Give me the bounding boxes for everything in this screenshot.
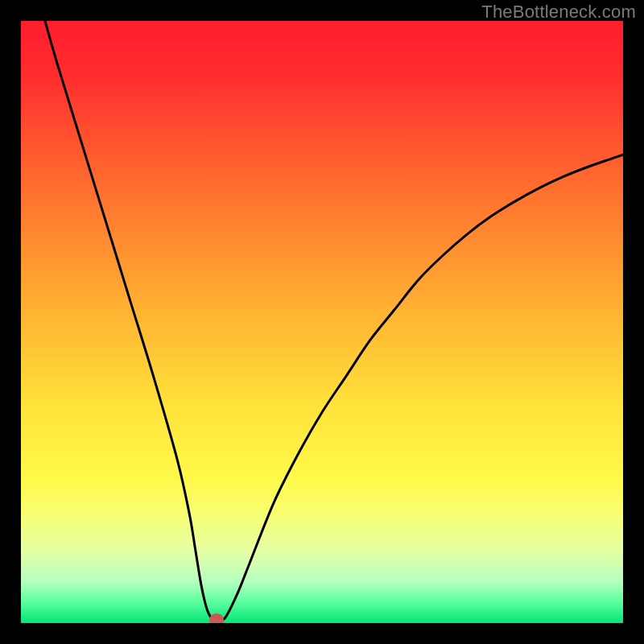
attribution-text: TheBottleneck.com (481, 2, 636, 23)
chart-frame: TheBottleneck.com (0, 0, 644, 644)
curve-path (45, 21, 623, 621)
bottleneck-curve (21, 21, 623, 623)
plot-area (21, 21, 623, 623)
minimum-marker (209, 613, 224, 623)
